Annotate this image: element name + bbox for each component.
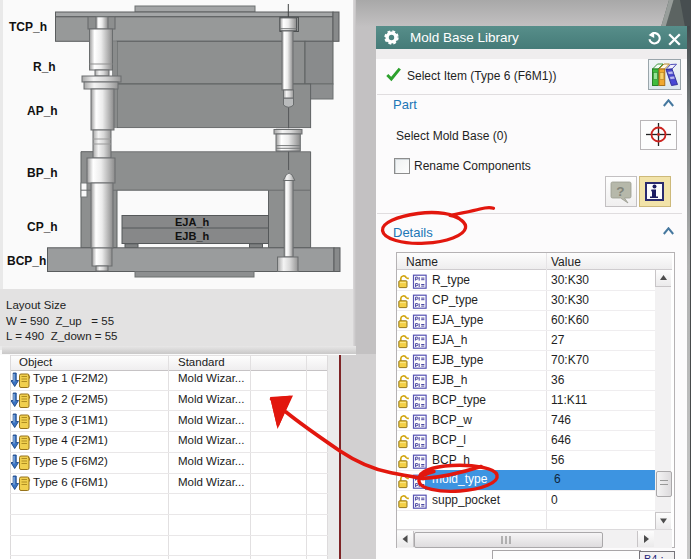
svg-text:L = 490 Z_down = 55: L = 490 Z_down = 55 (6, 330, 117, 342)
svg-text:AP_h: AP_h (27, 104, 58, 118)
svg-text:BCP_h: BCP_h (7, 254, 46, 268)
svg-text:TCP_h: TCP_h (9, 20, 47, 34)
svg-text:W = 590 Z_up = 55: W = 590 Z_up = 55 (6, 315, 114, 327)
svg-text:?: ? (616, 184, 624, 199)
svg-text:CP_h: CP_h (27, 220, 58, 234)
svg-text:R_h: R_h (33, 60, 56, 74)
svg-text:EJA_h: EJA_h (175, 216, 210, 228)
svg-text:EJB_h: EJB_h (175, 230, 210, 242)
svg-text:Layout Size: Layout Size (6, 299, 66, 311)
svg-text:BP_h: BP_h (27, 166, 58, 180)
